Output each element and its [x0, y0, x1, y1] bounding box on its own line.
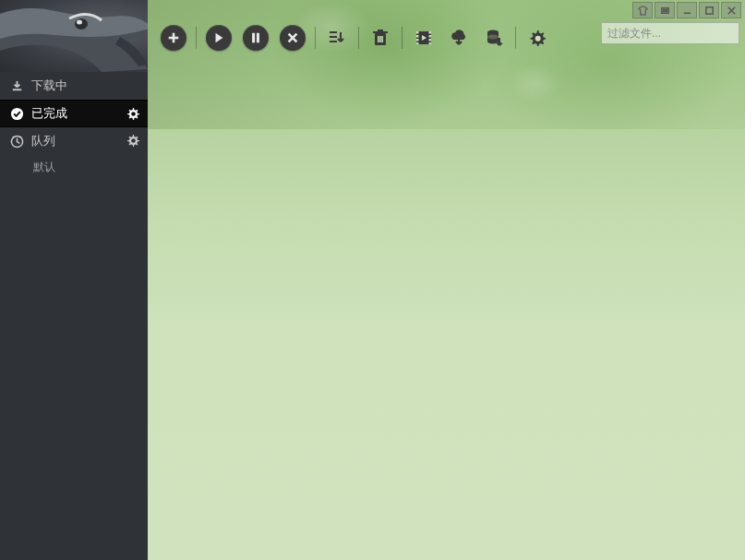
minimize-button[interactable]	[677, 2, 697, 18]
toolbar-separator	[315, 27, 316, 49]
toolbar-separator	[402, 27, 403, 49]
compact-mode-button[interactable]	[655, 2, 675, 18]
svg-rect-29	[429, 39, 432, 42]
app-logo	[0, 0, 148, 72]
pause-button[interactable]	[243, 25, 269, 51]
svg-rect-19	[379, 36, 381, 42]
svg-point-34	[75, 18, 88, 30]
svg-rect-23	[416, 31, 419, 34]
toolbar-separator	[196, 27, 197, 49]
close-button[interactable]	[721, 2, 741, 18]
database-button[interactable]	[482, 26, 506, 50]
sidebar-item-completed[interactable]: 已完成	[0, 100, 148, 127]
completed-settings-icon[interactable]	[126, 107, 140, 122]
svg-rect-26	[416, 42, 419, 44]
sidebar-subitem-label: 默认	[33, 160, 55, 175]
sidebar-item-queue[interactable]: 队列	[0, 127, 148, 155]
window-control-bar	[632, 0, 745, 20]
toolbar-separator	[358, 27, 359, 49]
svg-rect-3	[705, 6, 712, 13]
content-area	[148, 55, 745, 560]
sidebar: 下载中 已完成 队列 默认	[0, 0, 148, 560]
maximize-button[interactable]	[699, 2, 719, 18]
svg-rect-1	[663, 9, 667, 11]
svg-point-38	[131, 112, 136, 116]
svg-rect-12	[330, 31, 337, 33]
media-button[interactable]	[412, 26, 436, 50]
toolbar-separator	[515, 27, 516, 49]
svg-rect-20	[381, 36, 383, 42]
check-circle-icon	[9, 106, 24, 121]
filter-input[interactable]	[602, 23, 745, 43]
svg-rect-25	[416, 39, 419, 42]
sidebar-item-label: 下载中	[31, 77, 67, 94]
svg-rect-10	[252, 33, 255, 43]
play-button[interactable]	[206, 25, 232, 51]
svg-point-32	[487, 35, 499, 40]
svg-rect-14	[330, 41, 337, 42]
svg-rect-13	[330, 36, 337, 38]
sidebar-item-downloading[interactable]: 下载中	[0, 72, 148, 100]
settings-button[interactable]	[525, 26, 549, 50]
svg-rect-36	[12, 89, 20, 90]
svg-rect-9	[169, 37, 179, 40]
svg-rect-24	[416, 35, 419, 38]
add-button[interactable]	[161, 25, 186, 51]
svg-rect-28	[429, 35, 432, 38]
skin-button[interactable]	[632, 2, 653, 18]
svg-rect-17	[378, 30, 383, 31]
svg-rect-27	[429, 31, 432, 34]
clock-icon	[9, 134, 24, 149]
filter-box	[601, 22, 739, 44]
delete-button[interactable]	[368, 26, 392, 50]
svg-point-40	[131, 138, 136, 143]
sort-button[interactable]	[325, 26, 349, 50]
sidebar-subitem-default[interactable]: 默认	[0, 155, 148, 179]
svg-rect-11	[257, 33, 259, 43]
download-icon	[9, 78, 24, 93]
svg-point-33	[535, 36, 541, 42]
svg-rect-30	[429, 42, 432, 44]
svg-rect-18	[378, 36, 379, 42]
cancel-button[interactable]	[280, 25, 306, 51]
svg-rect-16	[373, 31, 388, 33]
svg-point-35	[77, 20, 82, 25]
sidebar-item-label: 队列	[31, 133, 55, 149]
queue-settings-icon[interactable]	[126, 134, 140, 149]
cloud-download-button[interactable]	[447, 26, 471, 50]
sidebar-item-label: 已完成	[31, 105, 67, 122]
